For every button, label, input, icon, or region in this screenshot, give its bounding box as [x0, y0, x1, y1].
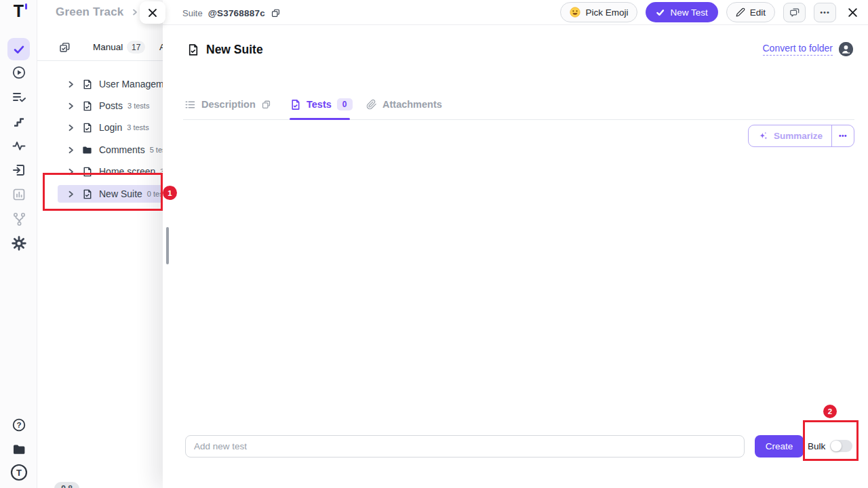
- app-logo: T: [0, 1, 37, 21]
- rail-item-settings[interactable]: [0, 236, 37, 251]
- tab-label: Attachments: [382, 99, 442, 110]
- app-screen: T ? T Green: [0, 0, 868, 488]
- header-divider: [163, 24, 868, 25]
- tree-label: Login: [99, 122, 122, 133]
- rail-item-projects[interactable]: [0, 442, 37, 457]
- suite-doc-icon: [81, 122, 93, 134]
- svg-text:?: ?: [16, 421, 21, 429]
- rail-item-pulse[interactable]: [0, 138, 37, 153]
- copy-id-icon[interactable]: [271, 8, 281, 18]
- tab-description[interactable]: Description: [184, 96, 271, 113]
- tree-label: Posts: [99, 100, 123, 111]
- rail-item-runs[interactable]: [0, 65, 37, 80]
- rail-item-account[interactable]: T: [0, 464, 37, 481]
- add-test-input[interactable]: [185, 435, 745, 458]
- paperclip-icon: [366, 99, 377, 110]
- bulk-label: Bulk: [808, 441, 825, 451]
- chevron-right-icon[interactable]: [66, 123, 75, 132]
- annotation-badge-1: 1: [163, 186, 177, 200]
- import-icon: [12, 163, 26, 178]
- logo-badge-icon: T: [10, 464, 28, 481]
- assignee-avatar[interactable]: [839, 42, 853, 56]
- suite-doc-icon: [81, 100, 93, 112]
- bulk-toggle[interactable]: [830, 440, 852, 452]
- check-icon: [656, 8, 665, 17]
- manual-count-badge: 17: [127, 41, 145, 54]
- new-test-button[interactable]: New Test: [646, 2, 717, 22]
- summarize-more-button[interactable]: •••: [831, 125, 854, 146]
- more-dots: •••: [820, 8, 830, 16]
- active-tab-underline: [290, 118, 350, 120]
- chevron-right-icon[interactable]: [66, 190, 75, 199]
- breadcrumb-chevron-icon: [131, 8, 139, 16]
- create-button[interactable]: Create: [755, 435, 804, 458]
- tree-count: 5 tests: [150, 146, 163, 154]
- sparkles-icon: [757, 131, 768, 142]
- suite-doc-icon: [81, 79, 93, 90]
- tree-label: Home screen: [99, 166, 155, 177]
- chat-bubbles-icon: [789, 7, 800, 18]
- pick-emoji-button[interactable]: Pick Emoji: [560, 2, 637, 22]
- logo-accent: [25, 3, 27, 9]
- project-name[interactable]: Green Track: [56, 5, 123, 19]
- version-badge: 9.8: [54, 482, 79, 488]
- select-all-icon[interactable]: [58, 41, 71, 54]
- tree-row-home-screen[interactable]: Home screen 3 tests: [58, 163, 163, 180]
- tree-row-posts[interactable]: Posts 3 tests: [58, 97, 163, 115]
- doc-icon: [81, 166, 93, 178]
- convert-to-folder-link[interactable]: Convert to folder: [763, 43, 833, 56]
- rail-item-plans[interactable]: [0, 89, 37, 104]
- more-button[interactable]: •••: [814, 3, 836, 22]
- comments-button[interactable]: [783, 3, 806, 22]
- toggle-knob: [831, 441, 842, 451]
- tab-attachments[interactable]: Attachments: [366, 96, 442, 113]
- chevron-right-icon[interactable]: [66, 80, 75, 89]
- summarize-button[interactable]: Summarize: [749, 125, 831, 146]
- rail-item-steps[interactable]: [0, 114, 37, 129]
- tree-count: 0 tests: [147, 190, 163, 198]
- tree-row-login[interactable]: Login 3 tests: [58, 119, 163, 136]
- list-icon: [184, 99, 196, 110]
- tree-count: 3 tests: [127, 102, 149, 110]
- drawer-resize-handle[interactable]: [166, 227, 169, 264]
- rail-item-analytics[interactable]: [0, 187, 37, 202]
- suite-doc-icon: [186, 43, 199, 56]
- drawer-close-button[interactable]: [140, 1, 165, 24]
- tab-tests[interactable]: Tests 0: [290, 96, 353, 113]
- copy-description-icon[interactable]: [261, 100, 271, 110]
- chevron-right-icon[interactable]: [66, 167, 75, 176]
- stairs-icon: [12, 114, 26, 129]
- new-test-label: New Test: [670, 7, 707, 18]
- tree-count: 3 tests: [127, 123, 149, 131]
- gear-icon: [12, 236, 26, 251]
- panel-close-icon[interactable]: [847, 7, 859, 18]
- tree-row-new-suite[interactable]: New Suite 0 tests: [58, 185, 163, 203]
- suite-id: @S3768887c: [208, 8, 265, 18]
- edit-button[interactable]: Edit: [726, 2, 775, 22]
- tree-row-user-management[interactable]: User Management: [58, 75, 163, 93]
- list-check-icon: [12, 89, 26, 104]
- chevron-right-icon[interactable]: [66, 146, 75, 155]
- bar-chart-icon: [12, 187, 26, 202]
- rail-item-tests[interactable]: [7, 38, 30, 60]
- page-title: New Suite: [206, 43, 263, 57]
- tab-manual[interactable]: Manual: [93, 42, 123, 52]
- rail-item-help[interactable]: ?: [0, 418, 37, 432]
- pick-emoji-label: Pick Emoji: [585, 7, 628, 18]
- tests-count-badge: 0: [337, 98, 353, 110]
- help-icon: ?: [12, 418, 26, 432]
- smiley-emoji-icon: [570, 7, 580, 18]
- rail-item-branches[interactable]: [0, 211, 37, 226]
- git-branch-icon: [12, 211, 26, 226]
- test-doc-icon: [290, 99, 301, 110]
- rail-item-import[interactable]: [0, 163, 37, 178]
- suite-drawer: Suite @S3768887c Pick Emoji New Test Edi…: [163, 0, 868, 488]
- play-circle-icon: [12, 65, 26, 80]
- icon-rail: T ? T: [0, 0, 37, 488]
- chevron-right-icon[interactable]: [66, 102, 75, 110]
- tab-label: Description: [201, 99, 256, 110]
- summarize-split-button: Summarize •••: [748, 125, 854, 147]
- entity-type-label: Suite: [182, 8, 203, 18]
- folder-icon: [12, 442, 26, 457]
- tree-row-comments[interactable]: Comments 5 tests: [58, 141, 163, 159]
